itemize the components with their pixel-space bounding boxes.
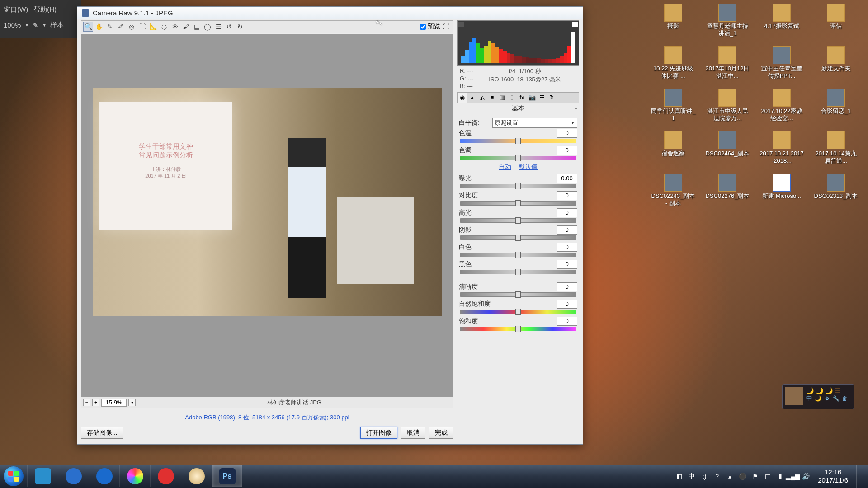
highlight-clip-icon[interactable] (572, 22, 578, 27)
target-adjust-icon[interactable]: ◎ (127, 22, 137, 32)
preview-checkbox-input[interactable] (420, 24, 426, 30)
tray-app-icon[interactable]: ◳ (764, 472, 772, 480)
fullscreen-icon[interactable]: ⛶ (441, 22, 451, 32)
desktop-icon[interactable]: 2017.10.21 2017-2018... (757, 131, 807, 172)
default-link[interactable]: 默认值 (519, 163, 538, 171)
tint-input[interactable] (557, 146, 577, 155)
zoom-value[interactable]: 15.9% (101, 399, 127, 407)
tray-chevron-icon[interactable]: ▴ (726, 472, 734, 480)
tab-snapshots-icon[interactable]: 🗎 (547, 93, 557, 103)
taskbar-app-2[interactable] (58, 465, 89, 487)
taskbar-photoshop[interactable]: Ps (212, 465, 242, 487)
tab-curve-icon[interactable]: ▲ (467, 93, 477, 103)
desktop-icon[interactable]: 湛江市中级人民法院廖万... (703, 89, 752, 129)
taskbar-clock[interactable]: 12:162017/11/6 (814, 468, 852, 484)
tray-flag-icon[interactable]: ⚑ (751, 472, 759, 480)
desktop-icon[interactable]: 同学们认真听讲_1 (648, 89, 698, 129)
tray-network-icon[interactable]: ▂▄▆ (789, 472, 797, 480)
preview-checkbox[interactable]: 预览 (420, 23, 440, 31)
titlebar[interactable]: Camera Raw 9.1.1 - JPEG (77, 7, 583, 19)
desktop-icon[interactable]: 新建文件夹 (811, 46, 861, 87)
tray-battery-icon[interactable]: ▮ (776, 472, 784, 480)
tray-icon[interactable]: ◧ (675, 472, 683, 480)
auto-link[interactable]: 自动 (499, 163, 511, 171)
tray-ime[interactable]: 中 (688, 472, 696, 480)
zoom-tool-icon[interactable]: 🔍 (83, 22, 93, 32)
desktop-icon[interactable]: DSC02243_副本 - 副本 (648, 174, 698, 214)
desktop-icon[interactable]: 宿舍巡察 (648, 131, 698, 172)
desktop-gadget[interactable]: 🌙 🌙 🌙 ☰ 中 🌙⚙🔧🗑 (782, 384, 854, 409)
exposure-slider[interactable] (460, 184, 576, 188)
tab-camera-icon[interactable]: 📷 (527, 93, 537, 103)
show-desktop-button[interactable] (856, 465, 864, 488)
zoom-out-icon[interactable]: − (83, 399, 90, 406)
spot-removal-icon[interactable]: ◌ (159, 22, 169, 32)
highlights-slider[interactable] (460, 218, 576, 223)
desktop-icon[interactable]: 宣中主任覃宝莹传授PPT... (757, 46, 807, 87)
shadows-input[interactable] (557, 225, 577, 235)
preferences-icon[interactable]: ☰ (213, 22, 223, 32)
crop-tool-icon[interactable]: ⛶ (137, 22, 147, 32)
taskbar-app-6[interactable] (181, 465, 212, 487)
redeye-tool-icon[interactable]: 👁 (170, 22, 180, 32)
contrast-slider[interactable] (460, 201, 576, 206)
tab-presets-icon[interactable]: ☷ (537, 93, 547, 103)
desktop-icon[interactable]: 10.22 先进班级体比赛 ... (648, 46, 698, 87)
taskbar-app-5[interactable] (150, 465, 181, 487)
tab-fx-icon[interactable]: fx (517, 93, 527, 103)
tab-lens-icon[interactable]: ▯ (507, 93, 517, 103)
desktop-icon[interactable]: 新建 Microso... (757, 174, 807, 214)
menu-window[interactable]: 窗口(W) (4, 5, 28, 14)
start-button[interactable] (0, 465, 27, 488)
tab-hsl-icon[interactable]: ≡ (487, 93, 497, 103)
clarity-input[interactable] (557, 282, 577, 291)
desktop-icon[interactable]: DSC02464_副本 (703, 131, 752, 172)
hand-tool-icon[interactable]: ✋ (94, 22, 104, 32)
taskbar-app-3[interactable] (89, 465, 119, 487)
taskbar-app-1[interactable] (27, 465, 58, 487)
shadows-slider[interactable] (460, 235, 576, 240)
vibrance-input[interactable] (557, 300, 577, 309)
rotate-cw-icon[interactable]: ↻ (235, 22, 245, 32)
temp-input[interactable] (557, 129, 577, 138)
white-balance-tool-icon[interactable]: ✎ (105, 22, 115, 32)
desktop-icon[interactable]: 合影留恋_1 (811, 89, 861, 129)
whites-slider[interactable] (460, 253, 576, 257)
rotate-ccw-icon[interactable]: ↺ (224, 22, 234, 32)
saturation-slider[interactable] (460, 327, 576, 331)
panel-menu-icon[interactable]: ≡ (575, 105, 577, 110)
desktop-icon[interactable]: 评估 (811, 4, 861, 44)
desktop-icon[interactable]: DSC02276_副本 (703, 174, 752, 214)
radial-filter-icon[interactable]: ◯ (203, 22, 212, 32)
tab-basic-icon[interactable]: ◉ (458, 93, 467, 103)
tray-help-icon[interactable]: ? (713, 472, 721, 480)
color-sampler-icon[interactable]: ✐ (116, 22, 126, 32)
exposure-input[interactable] (557, 174, 577, 183)
blacks-slider[interactable] (460, 270, 576, 274)
desktop-icon[interactable]: 2017年10月12日湛江中... (703, 46, 752, 87)
vibrance-slider[interactable] (460, 310, 576, 314)
tray-volume-icon[interactable]: 🔊 (802, 472, 810, 480)
desktop-icon[interactable]: 2017.10.22家教经验交... (757, 89, 807, 129)
menu-help[interactable]: 帮助(H) (33, 5, 57, 14)
whites-input[interactable] (557, 243, 577, 252)
tab-split-icon[interactable]: ▥ (497, 93, 507, 103)
open-image-button[interactable]: 打开图像 (360, 427, 397, 439)
contrast-input[interactable] (557, 191, 577, 200)
highlights-input[interactable] (557, 208, 577, 217)
done-button[interactable]: 完成 (429, 427, 453, 439)
wb-select[interactable]: 原照设置▼ (492, 118, 577, 128)
zoom-in-icon[interactable]: + (92, 399, 99, 406)
ps-zoom-value[interactable]: 100% (4, 21, 21, 29)
straighten-tool-icon[interactable]: 📐 (148, 22, 158, 32)
desktop-icon[interactable]: 4.17摄影复试 (757, 4, 807, 44)
tab-detail-icon[interactable]: ◭ (477, 93, 487, 103)
workflow-options-link[interactable]: Adobe RGB (1998); 8 位; 5184 x 3456 (17.9… (185, 413, 349, 422)
graduated-filter-icon[interactable]: ▤ (192, 22, 202, 32)
blacks-input[interactable] (557, 260, 577, 269)
tray-security-icon[interactable]: ⚫ (738, 472, 746, 480)
preview-canvas[interactable]: 学生干部常用文种 常见问题示例分析 主讲：林仲彦 2017 年 11 月 2 日 (81, 34, 453, 397)
histogram[interactable] (457, 20, 579, 66)
saturation-input[interactable] (557, 317, 577, 326)
desktop-icon[interactable]: 摄影 (648, 4, 698, 44)
